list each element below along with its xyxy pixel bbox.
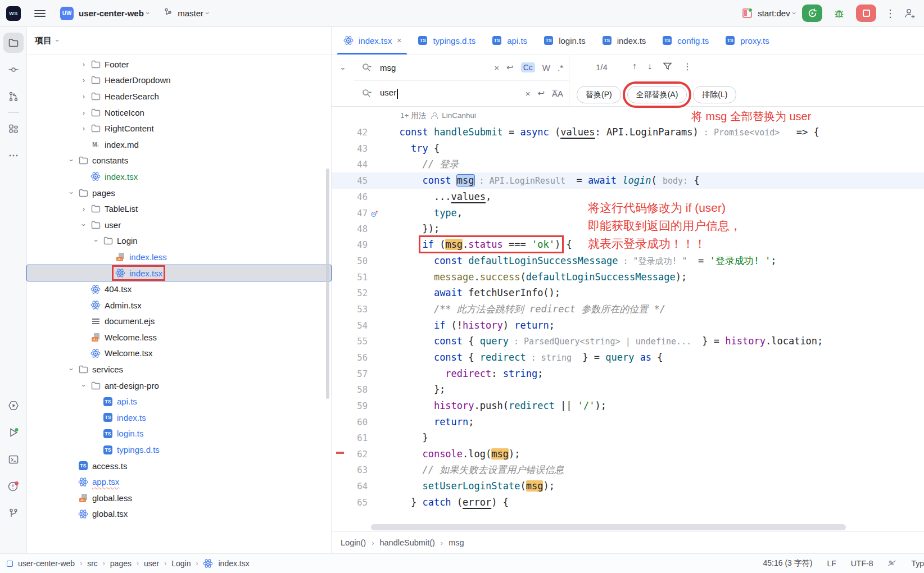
chevron-down-icon[interactable]: › [92,235,101,247]
line-number[interactable]: 55 [338,334,368,350]
line-number[interactable]: 57 [338,366,368,383]
chevron-down-icon[interactable]: › [67,187,76,199]
main-menu-icon[interactable] [34,8,46,19]
next-match-icon[interactable]: ↓ [647,61,652,73]
clear-replace-icon[interactable]: × [526,89,531,98]
tree-item-global-less[interactable]: ‹L›global.less [27,490,331,506]
tree-item-admin-tsx[interactable]: Admin.tsx [27,297,331,313]
tab-index-ts[interactable]: TSindex.ts [594,27,654,54]
commit-tool-button[interactable] [3,60,24,80]
chevron-down-icon[interactable]: › [80,379,88,392]
tree-item-404-tsx[interactable]: 404.tsx [27,281,331,297]
line-number[interactable]: 48 [338,221,368,238]
tree-item-user[interactable]: ›user [27,217,331,233]
chevron-down-icon[interactable]: › [80,219,88,231]
tree-item-login[interactable]: ›Login [27,233,331,249]
read-only-icon[interactable]: ✎ [887,559,896,568]
stop-button[interactable] [856,4,876,22]
more-options-icon[interactable]: ⋮ [683,61,692,73]
line-number[interactable]: 45 [338,173,368,189]
tree-item-pages[interactable]: ›pages [27,185,331,201]
branch-name[interactable]: master [178,8,203,18]
chevron-right-icon[interactable]: › [78,108,90,117]
chevron-right-icon[interactable]: › [78,204,90,213]
breadcrumb-item[interactable]: msg [449,538,464,547]
filter-icon[interactable] [663,61,672,73]
more-tools-button[interactable] [3,145,24,166]
line-number[interactable]: 58 [338,382,368,398]
tree-item-welcome-tsx[interactable]: Welcome.tsx [27,345,331,362]
project-panel-header[interactable]: 项目 › [27,27,331,54]
chevron-right-icon[interactable]: › [78,92,90,101]
tab-login-ts[interactable]: TSlogin.ts [535,27,594,54]
previous-match-icon[interactable]: ↑ [632,61,637,73]
line-number[interactable]: 54 [338,318,368,334]
tree-item-index-tsx[interactable]: index.tsx [27,169,331,185]
tree-item-footer[interactable]: ›Footer [27,56,331,72]
statusbar-breadcrumb-item[interactable]: index.tsx [218,559,249,568]
statusbar-breadcrumb-item[interactable]: pages [110,559,132,568]
tab-api-ts[interactable]: TSapi.ts [483,27,535,54]
chevron-right-icon[interactable]: › [78,60,90,69]
search-input[interactable]: msg [380,63,396,72]
add-user-icon[interactable] [904,8,916,19]
line-number[interactable]: 61 [338,430,368,447]
tree-item-index-ts[interactable]: TSindex.ts [27,410,331,426]
structure-tool-button[interactable] [3,119,24,139]
horizontal-scrollbar[interactable] [371,524,846,530]
run-tool-button[interactable] [3,422,24,443]
line-number[interactable]: 50 [338,253,368,270]
usage-hint[interactable]: 1+ 用法 LinCanhui [332,107,924,124]
tree-item-api-ts[interactable]: TSapi.ts [27,393,331,410]
tree-item-index-md[interactable]: M↓index.md [27,137,331,153]
search-history-icon[interactable]: ↩ [506,62,514,72]
tree-item-index-less[interactable]: ‹L›index.less [27,249,331,265]
close-tab-icon[interactable]: × [397,36,401,45]
tree-item-tablelist[interactable]: ›TableList [27,201,331,217]
tab-config-ts[interactable]: TSconfig.ts [654,27,717,54]
line-number[interactable]: 49 [338,237,368,253]
line-number[interactable]: 51 [338,270,368,286]
tree-item-noticeicon[interactable]: ›NoticeIcon [27,104,331,121]
file-type[interactable]: Typ [911,559,924,568]
tree-item-constants[interactable]: ›constants [27,153,331,169]
line-number[interactable]: 64 [338,479,368,495]
preserve-case-toggle[interactable]: A̅A [552,89,563,98]
tree-item-global-tsx[interactable]: global.tsx [27,506,331,522]
breadcrumb-item[interactable]: Login() [341,538,366,547]
services-tool-button[interactable] [3,395,24,416]
project-tool-button[interactable] [3,33,24,53]
tree-item-rightcontent[interactable]: ›RightContent [27,120,331,137]
more-actions-icon[interactable]: ⋮ [885,7,896,20]
pull-requests-tool-button[interactable] [3,87,24,107]
tree-item-headerdropdown[interactable]: ›HeaderDropdown [27,72,331,89]
line-number[interactable]: 46 [338,189,368,206]
tree-item-typings-d-ts[interactable]: TStypings.d.ts [27,442,331,458]
terminal-tool-button[interactable] [3,449,24,470]
statusbar-breadcrumb-item[interactable]: Login [171,559,191,568]
chevron-right-icon[interactable]: › [78,124,90,133]
git-tool-button[interactable] [3,503,24,524]
statusbar-breadcrumb-item[interactable]: user [144,559,159,568]
rerun-button[interactable] [802,4,822,22]
line-separator[interactable]: LF [827,559,836,568]
line-number[interactable]: 63 [338,462,368,479]
line-number[interactable]: 62 [338,447,368,463]
problems-tool-button[interactable] [3,476,24,497]
whole-words-toggle[interactable]: W [542,63,550,72]
statusbar-breadcrumb-item[interactable]: src [87,559,98,568]
project-name[interactable]: user-center-web [79,8,144,18]
project-scrollbar[interactable] [326,169,329,399]
chevron-down-icon[interactable]: › [67,154,76,167]
chevron-down-icon[interactable]: › [67,363,76,376]
replace-all-button[interactable]: 全部替换(A) [627,86,687,103]
line-number[interactable]: 52 [338,285,368,302]
tab-typings-d-ts[interactable]: TStypings.d.ts [409,27,483,54]
debug-button[interactable] [829,4,849,22]
statusbar-breadcrumb-item[interactable]: user-center-web [18,559,75,568]
tab-proxy-ts[interactable]: TSproxy.ts [717,27,777,54]
line-number[interactable]: 56 [338,350,368,366]
tab-index-tsx[interactable]: index.tsx× [335,27,409,54]
tree-item-access-ts[interactable]: TSaccess.ts [27,458,331,474]
tree-item-login-ts[interactable]: TSlogin.ts [27,426,331,442]
